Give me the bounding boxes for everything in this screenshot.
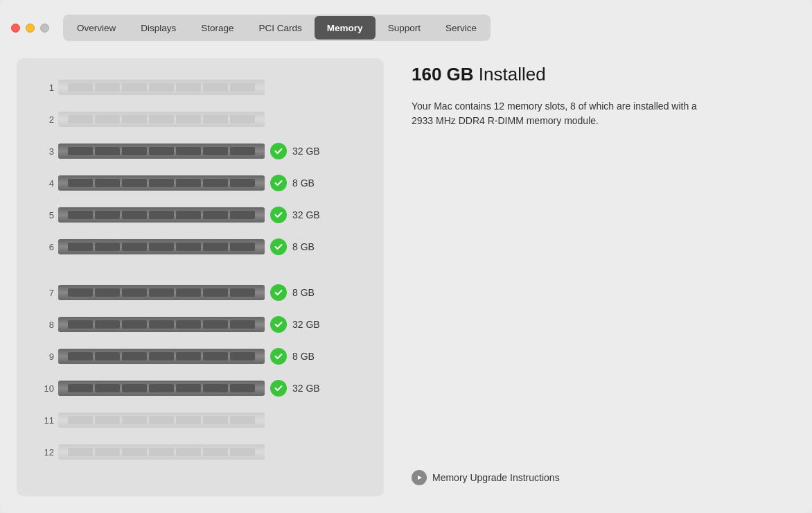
slot-row-1: 1 [36, 75, 364, 100]
tab-memory[interactable]: Memory [315, 16, 376, 40]
tab-overview[interactable]: Overview [64, 16, 128, 40]
slot-number-11: 11 [36, 415, 54, 426]
slot-row-7: 7 8 GB [36, 280, 364, 305]
slot-size-6: 8 GB [292, 241, 326, 252]
ram-stick-7 [61, 285, 262, 300]
memory-info-panel: 160 GB Installed Your Mac contains 12 me… [406, 58, 795, 496]
slot-row-11: 11 [36, 408, 364, 433]
ram-stick-10 [61, 381, 262, 396]
status-icon-9 [270, 348, 287, 365]
slot-spacer [36, 266, 364, 280]
slot-number-7: 7 [36, 288, 54, 298]
minimize-button[interactable] [26, 24, 35, 33]
slot-number-8: 8 [36, 320, 54, 330]
slot-number-5: 5 [36, 210, 54, 220]
slot-number-9: 9 [36, 351, 54, 362]
slot-row-3: 3 32 GB [36, 139, 364, 164]
traffic-lights [11, 24, 49, 33]
slot-row-5: 5 32 GB [36, 202, 364, 227]
tab-pci-cards[interactable]: PCI Cards [247, 16, 315, 40]
status-icon-6 [270, 238, 287, 255]
memory-slots-panel: 123 32 GB4 8 GB5 32 GB6 8 GB7 8 GB8 32 G… [17, 58, 384, 496]
window: OverviewDisplaysStoragePCI CardsMemorySu… [0, 0, 812, 513]
slot-row-10: 10 32 GB [36, 376, 364, 401]
slot-number-1: 1 [36, 82, 54, 93]
tab-service[interactable]: Service [433, 16, 489, 40]
upgrade-icon [412, 470, 427, 485]
ram-stick-3 [61, 144, 262, 159]
slot-number-12: 12 [36, 447, 54, 458]
ram-stick-6 [61, 239, 262, 254]
main-content: 123 32 GB4 8 GB5 32 GB6 8 GB7 8 GB8 32 G… [0, 47, 812, 513]
ram-stick-11 [61, 412, 262, 428]
slot-number-2: 2 [36, 114, 54, 125]
slot-size-4: 8 GB [292, 177, 326, 189]
slot-size-8: 32 GB [292, 319, 326, 330]
slot-size-7: 8 GB [292, 287, 326, 298]
maximize-button[interactable] [40, 24, 49, 33]
slot-size-5: 32 GB [292, 209, 326, 220]
tab-bar: OverviewDisplaysStoragePCI CardsMemorySu… [63, 15, 491, 41]
slot-number-10: 10 [36, 383, 54, 394]
slot-number-6: 6 [36, 242, 54, 252]
slot-row-4: 4 8 GB [36, 171, 364, 195]
status-icon-8 [270, 316, 287, 333]
close-button[interactable] [11, 24, 20, 33]
installed-title: 160 GB Installed [412, 64, 795, 85]
slot-size-9: 8 GB [292, 351, 326, 362]
ram-stick-5 [61, 207, 262, 223]
slot-number-4: 4 [36, 178, 54, 189]
slot-size-3: 32 GB [292, 146, 326, 157]
installed-gb: 160 GB [412, 64, 474, 85]
status-icon-10 [270, 380, 287, 397]
ram-stick-9 [61, 349, 262, 364]
installed-label: Installed [479, 64, 546, 85]
memory-description: Your Mac contains 12 memory slots, 8 of … [412, 99, 703, 128]
status-icon-7 [270, 284, 287, 301]
ram-stick-12 [61, 444, 262, 460]
ram-stick-1 [61, 80, 262, 95]
slot-size-10: 32 GB [292, 383, 326, 394]
slot-row-8: 8 32 GB [36, 312, 364, 337]
slot-row-6: 6 8 GB [36, 234, 364, 259]
titlebar: OverviewDisplaysStoragePCI CardsMemorySu… [0, 0, 812, 47]
ram-stick-2 [61, 112, 262, 127]
tab-storage[interactable]: Storage [188, 16, 246, 40]
ram-stick-4 [61, 175, 262, 191]
upgrade-link-text: Memory Upgrade Instructions [432, 472, 560, 483]
tab-support[interactable]: Support [376, 16, 433, 40]
ram-stick-8 [61, 317, 262, 332]
tab-displays[interactable]: Displays [128, 16, 188, 40]
slot-row-9: 9 8 GB [36, 344, 364, 369]
status-icon-4 [270, 175, 287, 191]
slot-row-12: 12 [36, 440, 364, 464]
slot-row-2: 2 [36, 107, 364, 132]
upgrade-link[interactable]: Memory Upgrade Instructions [412, 470, 795, 496]
status-icon-3 [270, 143, 287, 159]
slot-number-3: 3 [36, 146, 54, 157]
status-icon-5 [270, 207, 287, 223]
